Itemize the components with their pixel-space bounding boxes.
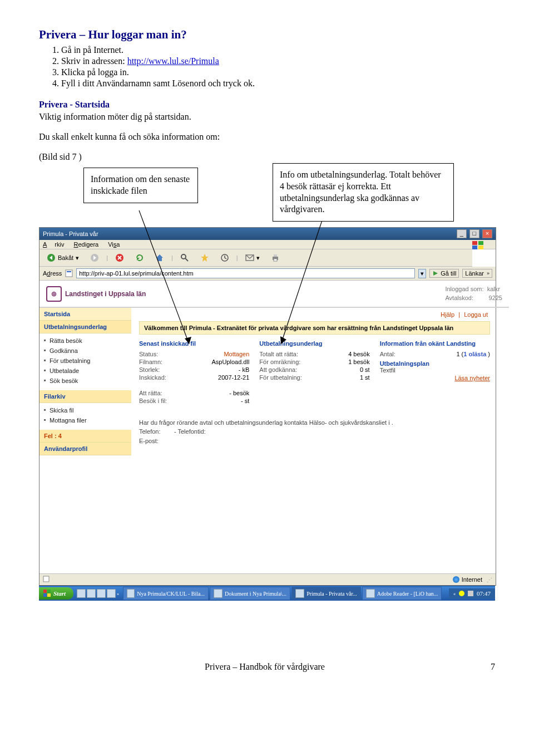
svg-rect-7 [478, 246, 483, 249]
sidebar-utbet[interactable]: Utbetalningsunderlag [39, 321, 131, 333]
svg-rect-6 [472, 246, 477, 249]
page-done-icon [43, 576, 50, 582]
svg-rect-23 [43, 593, 47, 597]
login-info: Inloggad som: kalkr Avtalskod: 9225 [445, 285, 502, 302]
svg-rect-20 [43, 576, 49, 582]
page-content: ⊚ Landstinget i Uppsala län Inloggad som… [39, 281, 496, 573]
page-number: 7 [491, 662, 495, 672]
sidebar-item[interactable]: Sök besök [39, 376, 131, 386]
callout-left: Information om den senaste inskickade fi… [83, 168, 198, 203]
menu-view[interactable]: Visa [108, 241, 120, 248]
ql-ie-icon[interactable] [77, 589, 86, 598]
read-news-link[interactable]: Läsa nyheter [454, 375, 490, 381]
primula-link[interactable]: http://www.lul.se/Primula [127, 56, 219, 66]
svg-rect-19 [67, 271, 71, 272]
sidebar-fel[interactable]: Fel : 4 [39, 430, 131, 443]
adobe-icon [366, 589, 375, 598]
task-item[interactable]: Nya Primula/CK/LUL - Bila... [123, 587, 209, 600]
step-3: Klicka på logga in. [61, 67, 495, 77]
image-reference: (Bild sid 7 ) [39, 152, 495, 162]
steps-list: Gå in på Internet. Skriv in adressen: ht… [61, 45, 495, 89]
address-label: Adress [43, 270, 62, 277]
history-button[interactable] [216, 252, 233, 264]
zone-icon [453, 576, 459, 583]
minimize-button[interactable]: _ [457, 229, 467, 238]
menu-file[interactable]: Arkiv [43, 241, 64, 248]
resize-grip[interactable]: ⋰ [487, 577, 492, 583]
step-2: Skriv in adressen: http://www.lul.se/Pri… [61, 56, 495, 66]
sidebar-item[interactable]: Skicka fil [39, 405, 131, 415]
address-input[interactable] [76, 268, 415, 278]
svg-line-2 [281, 210, 325, 344]
status-bar: Internet ⋰ [39, 573, 496, 585]
back-button[interactable]: Bakåt ▾ [43, 252, 83, 264]
svg-rect-18 [66, 270, 72, 277]
help-link[interactable]: Hjälp [441, 311, 454, 318]
menu-edit[interactable]: Redigera [74, 241, 99, 248]
startsida-heading: Privera - Startsida [39, 100, 495, 110]
tray-overflow[interactable]: « [453, 591, 456, 596]
mail-icon [245, 253, 254, 262]
col-info: Information från okänt Landsting Antal:1… [380, 340, 490, 405]
window-title: Primula - Privata vår [43, 230, 98, 237]
footer-text: Privera – Handbok för vårdgivare [205, 662, 325, 671]
logout-link[interactable]: Logga ut [464, 311, 488, 318]
status-left [43, 576, 50, 583]
svg-rect-24 [47, 593, 51, 597]
explorer-icon [127, 589, 135, 598]
page-icon [65, 269, 73, 277]
titlebar: Primula - Privata vår _ □ × [39, 228, 496, 240]
word-icon [214, 589, 222, 598]
address-bar: Adress ▾ Gå till Länkar» [39, 267, 496, 281]
sidebar-item[interactable]: Godkänna [39, 346, 131, 356]
step-1: Gå in på Internet. [61, 45, 495, 55]
svg-line-0 [139, 210, 189, 344]
go-button[interactable]: Gå till [429, 269, 459, 278]
sidebar-item[interactable]: Rätta besök [39, 336, 131, 346]
sidebar-item[interactable]: Mottagna filer [39, 415, 131, 425]
menubar: Arkiv Redigera Visa [39, 240, 496, 249]
sidebar-start[interactable]: Startsida [39, 308, 131, 321]
tray-icon[interactable] [468, 591, 473, 596]
task-item-active[interactable]: Primula - Privata vår... [291, 587, 361, 600]
task-item[interactable]: Dokument i Nya Primula\... [210, 587, 290, 600]
svg-rect-5 [478, 241, 483, 245]
callout-right: Info om utbetalningsunderlag. Totalt beh… [273, 163, 454, 222]
start-button[interactable]: Start [39, 587, 73, 600]
ie-icon [295, 589, 304, 598]
ql-word-icon[interactable] [107, 589, 116, 598]
stop-icon [115, 253, 124, 262]
stop-button[interactable] [111, 252, 128, 264]
forward-icon [90, 253, 99, 262]
address-dropdown[interactable]: ▾ [418, 269, 426, 278]
sidebar: Startsida Utbetalningsunderlag Rätta bes… [39, 308, 131, 574]
ql-desktop-icon[interactable] [97, 589, 106, 598]
tray-icon[interactable] [459, 591, 464, 596]
sidebar-item[interactable]: För utbetalning [39, 356, 131, 366]
quick-launch: » [73, 589, 122, 598]
sidebar-profil[interactable]: Användarprofil [39, 443, 131, 455]
svg-rect-4 [472, 241, 477, 245]
contact-block: Har du frågor rörande avtal och utbetaln… [139, 418, 490, 446]
close-button[interactable]: × [482, 229, 492, 238]
sidebar-item[interactable]: Utbetalade [39, 366, 131, 376]
windows-icon [43, 590, 51, 597]
logo-icon: ⊚ [46, 286, 62, 302]
svg-rect-22 [47, 590, 51, 593]
history-icon [220, 253, 229, 262]
forward-button[interactable] [86, 252, 103, 264]
step-4: Fyll i ditt Användarnamn samt Lösenord o… [61, 78, 495, 89]
zone-label: Internet [462, 576, 482, 583]
taskbar: Start » Nya Primula/CK/LUL - Bila... Dok… [39, 586, 495, 601]
sidebar-filarkiv[interactable]: Filarkiv [39, 390, 131, 403]
links-button[interactable]: Länkar» [462, 269, 492, 278]
svg-rect-21 [43, 590, 47, 593]
go-icon [432, 270, 439, 277]
ql-overflow[interactable]: » [117, 591, 119, 596]
maximize-button[interactable]: □ [469, 229, 479, 238]
star-icon [200, 253, 209, 262]
svg-marker-1 [185, 337, 191, 344]
task-item[interactable]: Adobe Reader - [LiO han... [362, 587, 442, 600]
ql-outlook-icon[interactable] [87, 589, 96, 598]
mail-button[interactable]: ▾ [241, 252, 264, 264]
